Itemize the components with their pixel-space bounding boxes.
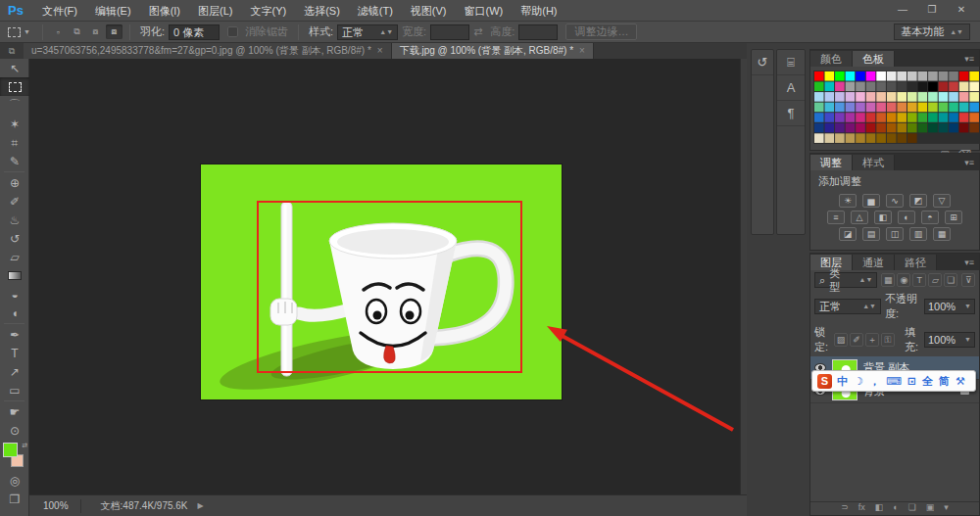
panel-menu-icon[interactable]: ▾≡ xyxy=(959,155,979,170)
new-layer-icon[interactable]: ▣ xyxy=(926,502,935,515)
paragraph-panel-icon[interactable]: ¶ xyxy=(777,101,805,126)
quick-selection-tool[interactable]: ✶ xyxy=(0,115,29,133)
subtract-selection-icon[interactable]: ⧇ xyxy=(87,24,104,39)
color-swatch[interactable] xyxy=(939,92,949,102)
color-swatch[interactable] xyxy=(918,103,928,113)
add-mask-icon[interactable]: ◧ xyxy=(875,502,884,515)
color-swatch[interactable] xyxy=(866,92,876,102)
color-swatch[interactable] xyxy=(876,92,886,102)
color-swatch[interactable] xyxy=(825,71,835,81)
color-swatch[interactable] xyxy=(866,113,876,122)
link-layers-icon[interactable]: ⊃ xyxy=(841,502,849,515)
color-swatch[interactable] xyxy=(969,92,979,102)
tab-channels[interactable]: 通道 xyxy=(853,255,895,270)
color-swatch[interactable] xyxy=(969,103,979,113)
color-swatch[interactable] xyxy=(907,123,917,133)
restore-button[interactable]: ❐ xyxy=(919,3,945,18)
ime-wrench-icon[interactable]: ⚒ xyxy=(956,375,965,388)
color-swatch[interactable] xyxy=(866,133,876,143)
color-swatch[interactable] xyxy=(907,71,917,81)
color-swatch[interactable] xyxy=(949,113,958,122)
color-swatch[interactable] xyxy=(928,92,938,102)
filter-shape-icon[interactable]: ▱ xyxy=(928,273,942,287)
ime-keyboard-icon[interactable]: ⌨ xyxy=(886,375,902,388)
new-adjustment-icon[interactable]: ◐ xyxy=(893,502,898,515)
history-panel-icon[interactable]: ↺ xyxy=(752,50,773,75)
color-swatch[interactable] xyxy=(949,103,958,113)
color-swatch[interactable] xyxy=(928,123,938,133)
color-swatch[interactable] xyxy=(856,103,865,113)
color-swatch[interactable] xyxy=(876,82,886,92)
opacity-value[interactable]: 100%▼ xyxy=(924,299,975,314)
blend-mode-dropdown[interactable]: 正常▲▼ xyxy=(814,299,881,314)
color-swatch[interactable] xyxy=(856,82,865,92)
posterize-icon[interactable]: ▤ xyxy=(862,227,880,241)
swap-colors-icon[interactable]: ⇄ xyxy=(22,442,27,449)
color-swatch[interactable] xyxy=(918,82,928,92)
color-swatch[interactable] xyxy=(825,82,835,92)
style-dropdown[interactable]: 正常▲▼ xyxy=(337,24,398,40)
color-swatch[interactable] xyxy=(856,133,865,143)
tab-close-icon[interactable]: × xyxy=(377,43,383,59)
color-swatch[interactable] xyxy=(939,113,949,122)
color-swatch[interactable] xyxy=(897,113,906,122)
color-lookup-icon[interactable]: ⊞ xyxy=(945,211,962,224)
color-swatch[interactable] xyxy=(949,92,958,102)
menu-item-E[interactable]: 编辑(E) xyxy=(86,0,140,22)
color-swatch[interactable] xyxy=(959,103,969,113)
color-swatch[interactable] xyxy=(939,123,949,133)
color-swatch[interactable] xyxy=(959,92,969,102)
move-tool[interactable]: ↖ xyxy=(0,59,29,77)
levels-icon[interactable]: ▅ xyxy=(862,194,880,208)
color-swatch[interactable] xyxy=(949,71,958,81)
lock-transparency-icon[interactable]: ▨ xyxy=(834,333,848,347)
menu-item-F[interactable]: 文件(F) xyxy=(33,0,86,22)
color-swatch[interactable] xyxy=(949,82,958,92)
ime-punctuation-icon[interactable]: ， xyxy=(869,374,880,389)
color-swatch[interactable] xyxy=(928,71,938,81)
document-tab[interactable]: u=3457063756,2495833778&fm=27&gp=0.jpg @… xyxy=(24,43,392,59)
quick-mask-button[interactable]: ◎ xyxy=(0,471,29,490)
dodge-tool[interactable]: ◖ xyxy=(0,304,29,322)
filter-smartobject-icon[interactable]: ❏ xyxy=(944,273,957,287)
menu-item-S[interactable]: 选择(S) xyxy=(295,0,349,22)
exposure-icon[interactable]: ◩ xyxy=(909,194,927,208)
color-swatch[interactable] xyxy=(846,123,856,133)
color-swatch[interactable] xyxy=(928,103,938,113)
vertical-scrollbar[interactable] xyxy=(740,59,747,494)
refine-edge-button[interactable]: 调整边缘… xyxy=(565,23,637,40)
color-swatch[interactable] xyxy=(876,133,886,143)
color-swatch[interactable] xyxy=(876,123,886,133)
color-swatch[interactable] xyxy=(959,123,969,133)
color-swatch[interactable] xyxy=(825,103,835,113)
feather-input[interactable]: 0 像素 xyxy=(169,24,220,40)
color-swatch[interactable] xyxy=(939,82,949,92)
tab-adjustments[interactable]: 调整 xyxy=(810,155,853,170)
color-swatch[interactable] xyxy=(825,133,835,143)
status-options-arrow[interactable]: ▶ xyxy=(198,501,204,510)
color-swatch[interactable] xyxy=(846,82,856,92)
zoom-level[interactable]: 100% xyxy=(37,498,74,513)
color-swatch[interactable] xyxy=(907,103,917,113)
curves-icon[interactable]: ∿ xyxy=(886,194,904,208)
lock-pixels-icon[interactable]: ✐ xyxy=(850,333,863,347)
color-swatch[interactable] xyxy=(814,123,824,133)
new-selection-icon[interactable]: ▫ xyxy=(50,24,67,39)
width-input[interactable] xyxy=(430,24,469,40)
color-swatch[interactable] xyxy=(835,123,845,133)
lock-all-icon[interactable]: ⚿ xyxy=(881,333,895,347)
gradient-tool[interactable] xyxy=(0,266,29,285)
type-tool[interactable]: T xyxy=(0,344,29,362)
eyedropper-tool[interactable]: ✎ xyxy=(0,152,29,170)
filter-adjustment-icon[interactable]: ◉ xyxy=(897,273,910,287)
color-swatch[interactable] xyxy=(939,103,949,113)
close-button[interactable]: ✕ xyxy=(949,3,974,18)
new-group-icon[interactable]: ❏ xyxy=(908,502,916,515)
lasso-tool[interactable]: ⌒ xyxy=(0,96,29,115)
color-swatch[interactable] xyxy=(846,113,856,122)
color-swatch[interactable] xyxy=(897,71,906,81)
layer-filter-kind[interactable]: ⌕类型▲▼ xyxy=(814,272,877,288)
add-selection-icon[interactable]: ⧉ xyxy=(69,24,85,39)
color-swatch[interactable] xyxy=(897,82,906,92)
healing-brush-tool[interactable]: ⊕ xyxy=(0,173,29,192)
